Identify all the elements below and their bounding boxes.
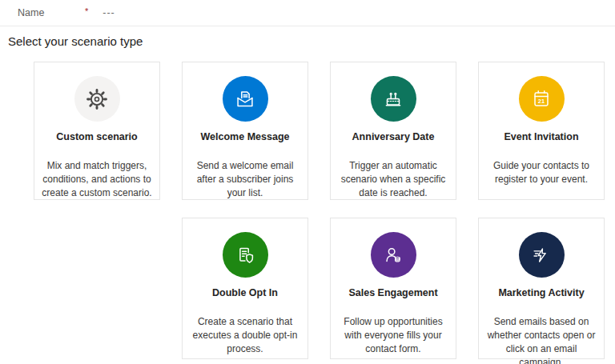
- card-double-opt-in[interactable]: Double Opt In Create a scenario that exe…: [182, 218, 308, 359]
- sales-engagement-icon: [371, 232, 416, 278]
- card-title: Custom scenario: [41, 131, 153, 142]
- welcome-email-icon: [223, 76, 268, 122]
- card-anniversary-date[interactable]: Anniversary Date Trigger an automatic sc…: [330, 62, 456, 200]
- card-description: Create a scenario that executes a double…: [189, 315, 301, 356]
- card-title: Sales Engagement: [337, 287, 449, 298]
- required-asterisk: *: [85, 6, 88, 16]
- card-event-invitation[interactable]: 21 Event Invitation Guide your contacts …: [478, 62, 605, 200]
- card-description: Send a welcome email after a subscriber …: [189, 159, 301, 200]
- gear-icon: [74, 76, 120, 122]
- calendar-day-number: 21: [538, 98, 545, 105]
- anniversary-cake-icon: [371, 76, 416, 122]
- event-calendar-icon: 21: [519, 76, 565, 122]
- card-description: Trigger an automatic scenario when a spe…: [337, 159, 449, 200]
- name-field-label: Name: [18, 7, 85, 18]
- card-custom-scenario[interactable]: Custom scenario Mix and match triggers, …: [34, 62, 160, 200]
- card-sales-engagement[interactable]: Sales Engagement Follow up opportunities…: [330, 218, 456, 359]
- scenario-card-grid: Custom scenario Mix and match triggers, …: [34, 62, 615, 359]
- page-title: Select your scenario type: [0, 26, 615, 48]
- name-field-row: Name * ---: [0, 0, 615, 26]
- card-description: Guide your contacts to register to your …: [485, 159, 597, 186]
- card-title: Event Invitation: [485, 131, 597, 142]
- marketing-activity-icon: [519, 232, 565, 278]
- card-description: Send emails based on whether contacts op…: [485, 315, 597, 364]
- card-title: Welcome Message: [189, 131, 301, 142]
- card-title: Double Opt In: [189, 287, 301, 298]
- card-welcome-message[interactable]: Welcome Message Send a welcome email aft…: [182, 62, 308, 200]
- name-field-value[interactable]: ---: [102, 7, 115, 18]
- card-marketing-activity[interactable]: Marketing Activity Send emails based on …: [478, 218, 605, 359]
- card-description: Follow up opportunities with everyone fi…: [337, 315, 449, 356]
- card-title: Marketing Activity: [485, 287, 597, 298]
- card-title: Anniversary Date: [337, 131, 449, 142]
- card-description: Mix and match triggers, conditions, and …: [41, 159, 153, 200]
- double-opt-in-icon: [223, 232, 268, 278]
